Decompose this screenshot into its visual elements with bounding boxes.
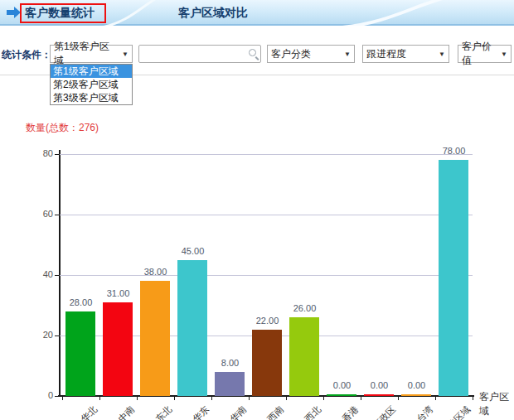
x-axis-tick (286, 397, 287, 400)
bar-value-label: 0.00 (359, 380, 400, 390)
active-tab-arrow-icon (7, 10, 14, 15)
x-axis-label: 香港 (339, 403, 361, 420)
x-axis-label: 中南 (115, 403, 137, 420)
chevron-down-icon: ▼ (439, 51, 445, 58)
region-level-select[interactable]: 第1级客户区域 ▼ (50, 45, 133, 63)
bar (289, 317, 319, 396)
bar (140, 281, 170, 396)
x-axis-tick (361, 397, 361, 400)
dropdown-option[interactable]: 第3级客户区域 (51, 91, 132, 104)
bar (177, 260, 207, 396)
bar-value-label: 45.00 (172, 246, 214, 256)
bar-value-label: 28.00 (61, 297, 102, 307)
y-axis-tick-label: 0 (30, 390, 53, 400)
bar-value-label: 38.00 (135, 267, 177, 277)
x-axis-label: 华东 (190, 403, 211, 420)
follow-up-progress-select[interactable]: 跟进程度 ▼ (362, 45, 449, 63)
x-axis-label: 华南 (227, 403, 249, 420)
chart-total-label: 数量(总数：276) (26, 121, 99, 135)
bar-value-label: 31.00 (98, 288, 139, 298)
x-axis-tick (473, 397, 473, 400)
x-axis-label: 西北 (302, 403, 323, 420)
filter-conditions-label: 统计条件： (2, 48, 51, 62)
y-axis-tick (55, 336, 59, 336)
bar-value-label: 22.00 (247, 316, 289, 326)
bar (401, 394, 431, 396)
follow-up-progress-select-value: 跟进程度 (366, 47, 406, 61)
x-axis-tick (62, 397, 63, 400)
bar (252, 330, 282, 396)
bar-value-label: 0.00 (322, 380, 363, 390)
bar (103, 302, 133, 396)
x-axis-label: 东北 (153, 403, 174, 420)
x-axis-tick (137, 397, 138, 400)
dropdown-option[interactable]: 第2级客户区域 (51, 78, 132, 91)
y-axis-tick (55, 396, 59, 397)
y-axis-tick (55, 154, 59, 155)
chevron-down-icon: ▼ (122, 51, 128, 58)
x-axis-label: 华北 (78, 403, 99, 420)
x-axis-label: 特别行政区 (357, 403, 398, 420)
y-axis (59, 150, 61, 397)
x-axis-title: 客户区域 (479, 390, 514, 418)
x-axis-tick (249, 397, 250, 400)
x-axis-tick (323, 397, 324, 400)
customer-category-select[interactable]: 客户分类 ▼ (267, 45, 355, 63)
x-axis-tick (211, 397, 212, 400)
gridline (60, 154, 473, 155)
page: 客户数量统计 客户区域对比 统计条件： 第1级客户区域 ▼ 客户分类 ▼ 跟进程… (0, 0, 514, 420)
bar (65, 311, 95, 396)
y-axis-tick-label: 40 (30, 269, 53, 279)
x-axis-tick (398, 397, 399, 400)
y-axis-tick-label: 20 (30, 330, 53, 340)
bar (215, 372, 245, 396)
search-icon (249, 49, 256, 56)
search-input[interactable] (138, 45, 261, 63)
y-axis-tick (55, 215, 59, 215)
active-tab-highlight-box (20, 3, 106, 23)
tab-customer-region-compare[interactable]: 客户区域对比 (178, 0, 248, 26)
x-axis-label: 跨区域 (444, 403, 473, 420)
bar (327, 394, 356, 396)
x-axis-label: 西南 (264, 403, 286, 420)
bar-value-label: 8.00 (210, 358, 251, 368)
y-axis-tick-label: 80 (30, 148, 53, 158)
chevron-down-icon: ▼ (501, 51, 507, 58)
customer-category-select-value: 客户分类 (271, 47, 311, 61)
x-axis-label: 台湾 (414, 403, 435, 420)
customer-value-select-value: 客户价值 (462, 40, 497, 68)
x-axis-tick (99, 397, 100, 400)
x-axis-tick (174, 397, 175, 400)
chevron-down-icon: ▼ (344, 51, 351, 58)
bar-value-label: 0.00 (396, 380, 438, 390)
bar (439, 160, 468, 396)
dropdown-option[interactable]: 第1级客户区域 (51, 65, 132, 78)
y-axis-tick-label: 60 (30, 209, 53, 219)
bar (364, 394, 394, 396)
tab-label: 客户区域对比 (178, 6, 248, 21)
x-axis-tick (435, 397, 436, 400)
tab-bar: 客户数量统计 客户区域对比 (0, 0, 514, 26)
search-box (138, 45, 261, 63)
region-level-dropdown-list: 第1级客户区域第2级客户区域第3级客户区域 (50, 64, 133, 105)
bar-value-label: 26.00 (284, 303, 326, 313)
gridline (60, 215, 473, 215)
customer-value-select[interactable]: 客户价值 ▼ (458, 45, 512, 63)
y-axis-tick (55, 275, 59, 276)
bar-value-label: 78.00 (434, 146, 475, 156)
gridline (60, 275, 473, 276)
